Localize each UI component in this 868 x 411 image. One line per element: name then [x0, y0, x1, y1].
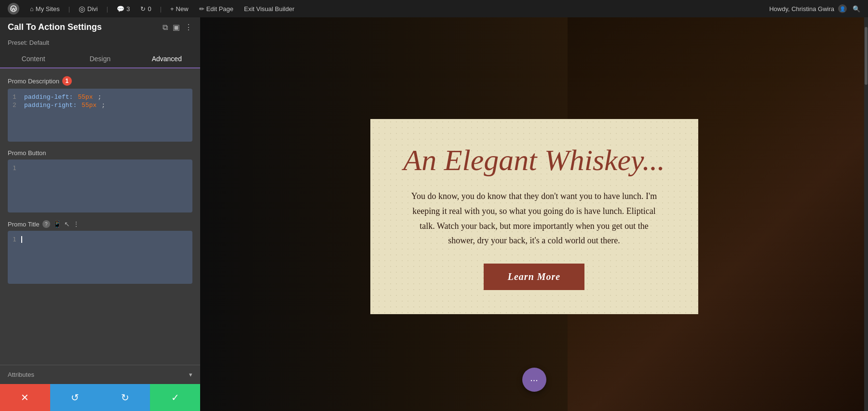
redo-button[interactable]: ↻: [100, 384, 150, 411]
code-value-1: 55px: [78, 93, 93, 101]
learn-more-label: Learn More: [508, 271, 560, 282]
undo-button[interactable]: ↺: [50, 384, 100, 411]
admin-bar-left: W ⌂ My Sites | ◎ Divi | 💬 3 ↻ 0 | + New …: [6, 2, 761, 15]
panel-title: Call To Action Settings: [8, 22, 102, 32]
canvas-background: An Elegant Whiskey... You do know, you d…: [200, 17, 868, 411]
attributes-label: Attributes: [8, 371, 34, 378]
tab-bar: Content Design Advanced: [0, 50, 200, 68]
separator-2: |: [107, 5, 108, 13]
promo-button-editor[interactable]: 1: [8, 159, 192, 212]
canvas: An Elegant Whiskey... You do know, you d…: [200, 17, 868, 411]
help-icon[interactable]: ?: [42, 220, 50, 228]
mobile-icon[interactable]: 📱: [53, 220, 61, 228]
code-value-2: 55px: [81, 102, 96, 109]
copy-icon[interactable]: ⧉: [163, 23, 168, 32]
more-options-icon[interactable]: ⋮: [185, 23, 192, 32]
promo-button-line-num: 1: [13, 164, 16, 172]
code-line-2: 2 padding-right: 55px ;: [13, 102, 188, 109]
confirm-button[interactable]: ✓: [150, 384, 200, 411]
new-button[interactable]: + New: [168, 4, 190, 13]
more-field-icon[interactable]: ⋮: [73, 220, 80, 228]
floating-action-button[interactable]: ···: [522, 368, 546, 392]
chevron-down-icon: ▾: [189, 371, 192, 378]
edit-page-button[interactable]: ✏ Edit Page: [197, 4, 235, 13]
cancel-button[interactable]: ✕: [0, 384, 50, 411]
exit-builder-label: Exit Visual Builder: [244, 5, 295, 13]
code-line-1: 1 padding-left: 55px ;: [13, 93, 188, 101]
wp-logo-icon: W: [8, 3, 19, 14]
divi-icon: ◎: [79, 4, 85, 13]
separator-1: |: [68, 5, 70, 13]
wp-logo-button[interactable]: W: [6, 2, 21, 15]
preset-bar: Preset: Default: [0, 37, 200, 50]
admin-bar: W ⌂ My Sites | ◎ Divi | 💬 3 ↻ 0 | + New …: [0, 0, 868, 17]
text-cursor: [21, 236, 22, 243]
my-sites-label: My Sites: [36, 5, 60, 13]
attributes-header[interactable]: Attributes ▾: [8, 371, 192, 378]
divi-label: Divi: [87, 5, 98, 13]
code-semi-2: ;: [101, 102, 105, 109]
panel-header: Call To Action Settings ⧉ ▣ ⋮: [0, 17, 200, 37]
scroll-indicator: [864, 17, 868, 411]
code-property-1: padding-left:: [24, 93, 73, 101]
line-number-1: 1: [13, 93, 19, 101]
promo-title-label: Promo Title ? 📱 ↖ ⋮: [8, 220, 80, 228]
preset-label[interactable]: Preset: Default: [8, 39, 49, 46]
cta-description: You do know, you do know that they don't…: [409, 189, 660, 248]
user-avatar[interactable]: 👤: [838, 4, 847, 13]
promo-title-editor[interactable]: 1: [8, 231, 192, 284]
revisions-button[interactable]: ↻ 0: [138, 4, 153, 13]
comments-icon: 💬: [117, 5, 124, 13]
my-sites-icon: ⌂: [30, 5, 34, 13]
search-button[interactable]: 🔍: [851, 4, 862, 13]
cta-title: An Elegant Whiskey...: [403, 143, 665, 177]
comments-button[interactable]: 💬 3: [115, 4, 132, 13]
action-bar: ✕ ↺ ↻ ✓: [0, 384, 200, 411]
revisions-icon: ↻: [140, 5, 146, 13]
exit-builder-button[interactable]: Exit Visual Builder: [242, 4, 297, 13]
fab-icon: ···: [530, 374, 538, 385]
tab-content[interactable]: Content: [0, 50, 67, 67]
user-greeting: Howdy, Christina Gwira: [769, 5, 834, 13]
promo-description-label: Promo Description 1: [8, 76, 192, 86]
settings-panel: Call To Action Settings ⧉ ▣ ⋮ Preset: De…: [0, 17, 200, 411]
promo-title-line-num: 1: [13, 236, 16, 243]
plus-icon: +: [170, 5, 174, 13]
promo-title-row: Promo Title ? 📱 ↖ ⋮: [8, 220, 192, 228]
redo-icon: ↻: [121, 392, 129, 403]
promo-description-editor[interactable]: 1 padding-left: 55px ; 2 padding-right: …: [8, 89, 192, 142]
cursor-icon[interactable]: ↖: [64, 220, 70, 228]
cancel-icon: ✕: [21, 392, 29, 403]
cta-card: An Elegant Whiskey... You do know, you d…: [370, 119, 698, 314]
svg-text:W: W: [12, 7, 16, 12]
tab-advanced[interactable]: Advanced: [134, 50, 200, 68]
confirm-icon: ✓: [171, 392, 179, 403]
scroll-thumb: [865, 27, 868, 85]
line-number-2: 2: [13, 102, 19, 109]
code-semi-1: ;: [98, 93, 102, 101]
divi-button[interactable]: ◎ Divi: [77, 3, 100, 14]
revisions-count: 0: [148, 5, 151, 13]
tab-design[interactable]: Design: [67, 50, 133, 67]
separator-3: |: [160, 5, 162, 13]
promo-button-label: Promo Button: [8, 149, 192, 157]
edit-icon: ✏: [199, 5, 204, 13]
panel-content: Promo Description 1 1 padding-left: 55px…: [0, 68, 200, 365]
attributes-section: Attributes ▾: [0, 365, 200, 384]
my-sites-button[interactable]: ⌂ My Sites: [28, 4, 62, 13]
code-property-2: padding-right:: [24, 102, 77, 109]
new-label: New: [176, 5, 189, 13]
comments-count: 3: [126, 5, 130, 13]
main-layout: Call To Action Settings ⧉ ▣ ⋮ Preset: De…: [0, 17, 868, 411]
promo-description-badge: 1: [62, 76, 72, 86]
admin-bar-right: Howdy, Christina Gwira 👤 🔍: [769, 4, 862, 13]
edit-page-label: Edit Page: [206, 5, 233, 13]
cta-learn-more-button[interactable]: Learn More: [484, 264, 584, 290]
search-icon: 🔍: [853, 5, 860, 13]
header-actions: ⧉ ▣ ⋮: [163, 23, 192, 32]
toggle-icon[interactable]: ▣: [173, 23, 180, 32]
undo-icon: ↺: [71, 392, 79, 403]
